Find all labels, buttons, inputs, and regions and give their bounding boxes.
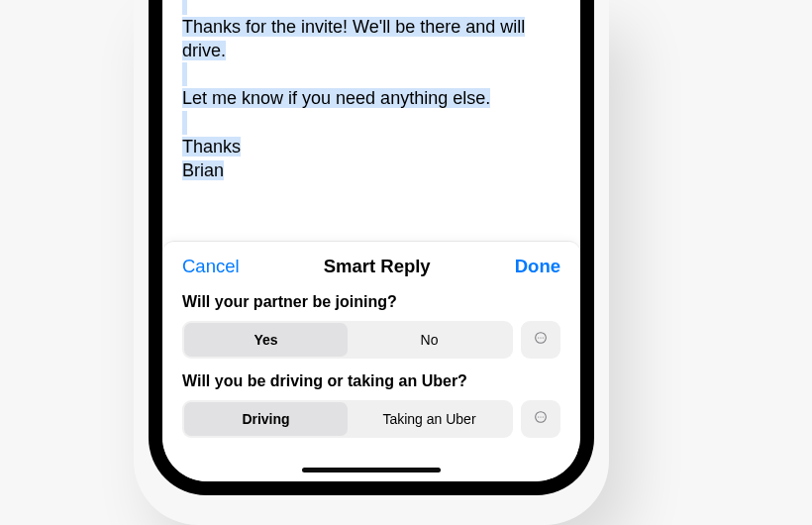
home-indicator[interactable]	[302, 468, 441, 472]
phone-frame: Hi Jasmine Thanks for the invite! We'll …	[149, 0, 594, 495]
sheet-header: Cancel Smart Reply Done	[162, 242, 580, 289]
done-button[interactable]: Done	[515, 256, 560, 277]
compose-name: Brian	[182, 160, 224, 180]
phone-screen: Hi Jasmine Thanks for the invite! We'll …	[162, 0, 580, 481]
svg-point-1	[538, 337, 539, 338]
compose-body-2: Let me know if you need anything else.	[182, 88, 490, 108]
question-2: Will you be driving or taking an Uber? D…	[162, 368, 580, 448]
smart-reply-sheet: Cancel Smart Reply Done Will your partne…	[162, 241, 580, 481]
q1-option-yes[interactable]: Yes	[184, 323, 348, 357]
question-2-prompt: Will you be driving or taking an Uber?	[182, 372, 560, 390]
svg-point-6	[540, 416, 541, 417]
sheet-title: Smart Reply	[324, 256, 431, 277]
compose-body-1: Thanks for the invite! We'll be there an…	[182, 17, 525, 60]
q1-option-no[interactable]: No	[348, 323, 511, 357]
question-2-options: Driving Taking an Uber	[182, 400, 513, 438]
svg-point-5	[538, 416, 539, 417]
ellipsis-icon	[533, 330, 549, 350]
question-1-options: Yes No	[182, 321, 513, 359]
cancel-button[interactable]: Cancel	[182, 256, 240, 277]
svg-point-7	[543, 416, 544, 417]
ellipsis-icon	[533, 409, 549, 429]
email-compose-body[interactable]: Hi Jasmine Thanks for the invite! We'll …	[162, 0, 580, 241]
q2-option-uber[interactable]: Taking an Uber	[348, 402, 511, 436]
question-1: Will your partner be joining? Yes No	[162, 289, 580, 368]
svg-point-3	[543, 337, 544, 338]
question-1-prompt: Will your partner be joining?	[182, 293, 560, 311]
q2-more-button[interactable]	[521, 400, 560, 438]
svg-point-2	[540, 337, 541, 338]
compose-signoff: Thanks	[182, 137, 241, 157]
q1-more-button[interactable]	[521, 321, 560, 359]
q2-option-driving[interactable]: Driving	[184, 402, 348, 436]
